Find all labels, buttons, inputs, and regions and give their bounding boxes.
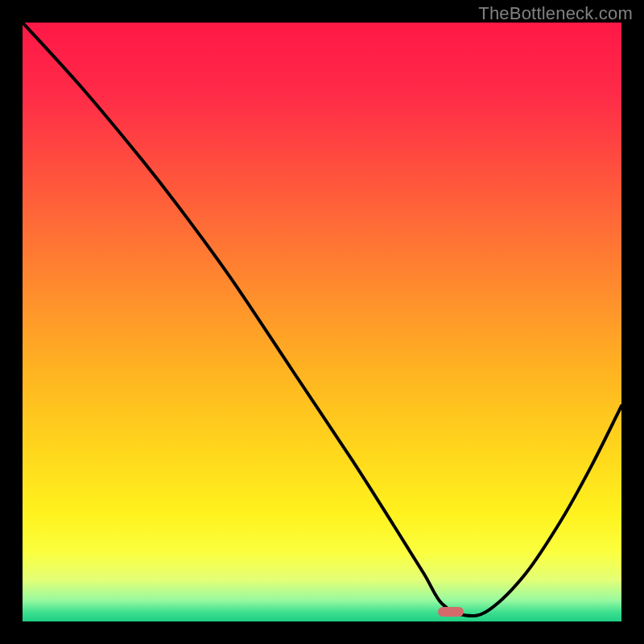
optimal-marker <box>438 607 464 617</box>
chart-frame: TheBottleneck.com <box>0 0 644 644</box>
bottleneck-curve <box>23 23 621 621</box>
watermark-text: TheBottleneck.com <box>478 3 633 24</box>
plot-area <box>23 23 621 621</box>
